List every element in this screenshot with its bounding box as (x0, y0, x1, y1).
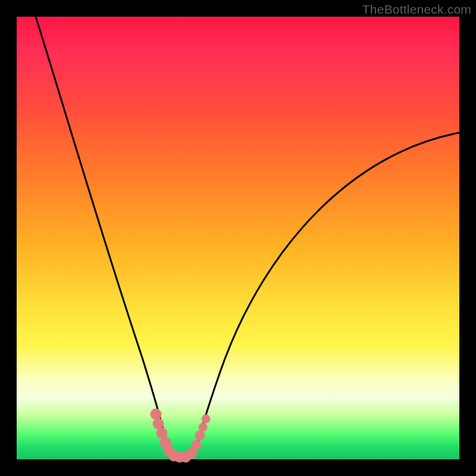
curve-svg (17, 17, 459, 459)
watermark-text: TheBottleneck.com (362, 2, 471, 17)
bottleneck-curve-path (36, 17, 459, 458)
plot-area (17, 17, 459, 459)
svg-point-9 (192, 440, 201, 450)
svg-point-10 (195, 431, 205, 440)
svg-point-12 (202, 415, 210, 423)
outer-frame: TheBottleneck.com (0, 0, 476, 476)
svg-point-0 (151, 409, 161, 419)
svg-point-11 (199, 423, 207, 431)
marker-cluster (151, 409, 210, 462)
svg-point-2 (156, 428, 167, 439)
svg-point-1 (153, 418, 164, 429)
